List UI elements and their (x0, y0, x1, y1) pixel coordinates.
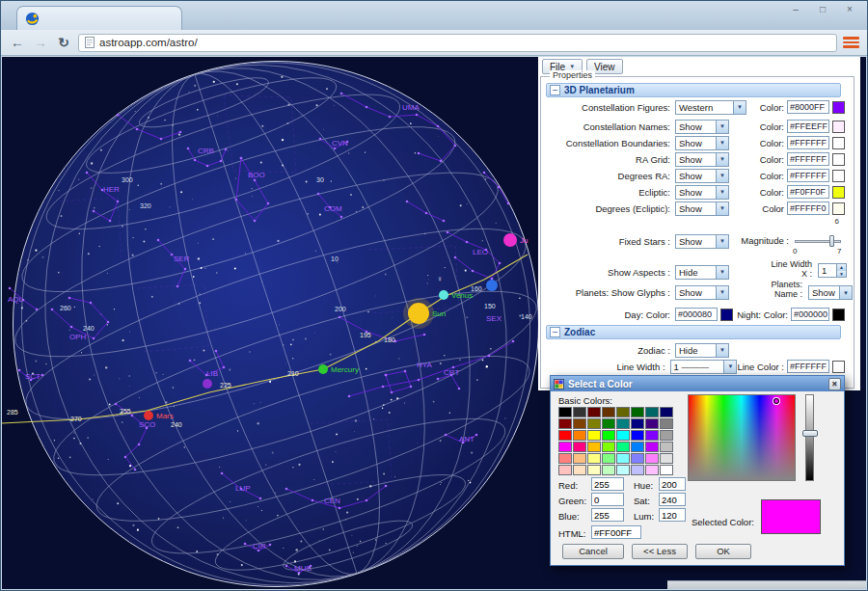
night-color-swatch[interactable] (832, 309, 845, 321)
planet-dot[interactable] (203, 379, 212, 389)
collapse-icon[interactable]: – (550, 327, 560, 337)
basic-color-swatch[interactable] (660, 430, 673, 441)
less-button[interactable]: << Less (632, 544, 688, 559)
reload-button[interactable]: ↻ (55, 35, 72, 50)
basic-color-swatch[interactable] (631, 430, 644, 441)
cancel-button[interactable]: Cancel (562, 544, 624, 559)
basic-color-swatch[interactable] (616, 453, 630, 464)
browser-menu-icon[interactable] (843, 37, 859, 48)
line-color-field[interactable]: #FFFFFF (787, 360, 829, 373)
color-value-field[interactable]: #FFFFFF (787, 152, 829, 166)
basic-color-swatch[interactable] (573, 453, 586, 464)
degrees-ra-select[interactable]: Show ▼ (675, 169, 729, 183)
basic-color-swatch[interactable] (573, 430, 586, 441)
basic-color-swatch[interactable] (602, 430, 615, 441)
color-value-field[interactable]: #FFEEFF (787, 120, 829, 133)
basic-color-swatch[interactable] (602, 465, 615, 475)
zodiac-select[interactable]: Hide ▼ (675, 343, 729, 358)
basic-color-swatch[interactable] (587, 418, 601, 429)
basic-color-swatch[interactable] (573, 442, 586, 452)
dialog-close-button[interactable]: × (828, 378, 841, 390)
maximize-button[interactable]: □ (809, 2, 836, 17)
basic-color-swatch[interactable] (645, 465, 659, 475)
basic-color-swatch[interactable] (616, 407, 630, 417)
color-swatch[interactable] (832, 170, 845, 182)
basic-color-swatch[interactable] (587, 430, 601, 441)
basic-color-swatch[interactable] (602, 453, 615, 464)
color-swatch[interactable] (832, 153, 845, 166)
address-bar[interactable]: astroapp.com/astro/ (78, 34, 837, 52)
lum-input[interactable] (659, 508, 686, 522)
color-swatch[interactable] (832, 121, 845, 133)
day-color-field[interactable]: #000080 (675, 308, 718, 321)
basic-color-swatch[interactable] (558, 465, 572, 475)
basic-color-swatch[interactable] (558, 430, 572, 441)
forward-button[interactable]: → (32, 35, 49, 50)
basic-color-swatch[interactable] (558, 407, 572, 417)
basic-color-swatch[interactable] (602, 418, 615, 429)
basic-color-swatch[interactable] (631, 465, 644, 475)
basic-color-swatch[interactable] (602, 407, 615, 417)
hue-input[interactable] (659, 477, 686, 491)
basic-color-swatch[interactable] (631, 453, 644, 464)
url-text[interactable]: astroapp.com/astro/ (99, 37, 198, 48)
basic-color-swatch[interactable] (660, 453, 673, 464)
spinner-value[interactable]: 1 (819, 264, 836, 277)
color-swatch[interactable] (832, 186, 845, 199)
planet-Mercury[interactable]: Mercury (318, 364, 359, 374)
basic-color-swatch[interactable] (660, 465, 673, 475)
color-value-field[interactable]: #F0FF0F (787, 185, 829, 199)
basic-color-swatch[interactable] (573, 465, 586, 475)
basic-color-swatch[interactable] (616, 430, 630, 441)
basic-color-swatch[interactable] (660, 418, 673, 429)
basic-color-swatch[interactable] (631, 407, 644, 417)
basic-color-swatch[interactable] (587, 407, 601, 417)
close-button[interactable]: × (836, 2, 863, 17)
basic-color-swatch[interactable] (645, 442, 659, 452)
constellation-names-select[interactable]: Show ▼ (675, 120, 729, 134)
color-swatch[interactable] (832, 137, 845, 149)
color-swatch[interactable] (832, 202, 845, 215)
basic-color-swatch[interactable] (645, 407, 659, 417)
color-value-field[interactable]: #FFFFF0 (787, 201, 829, 215)
basic-color-swatch[interactable] (631, 442, 644, 452)
spinner-down-icon[interactable]: ▼ (837, 271, 846, 278)
browser-titlebar[interactable]: – □ × (1, 1, 867, 30)
constellation-figures-select[interactable]: Western ▼ (675, 100, 746, 115)
ecliptic-select[interactable]: Show ▼ (675, 185, 729, 200)
ok-button[interactable]: OK (695, 544, 751, 559)
basic-color-swatch[interactable] (558, 442, 572, 452)
line-color-swatch[interactable] (832, 361, 845, 373)
magnitude-slider-handle[interactable] (829, 235, 834, 247)
basic-color-swatch[interactable] (573, 418, 586, 429)
day-color-swatch[interactable] (720, 309, 733, 321)
basic-color-swatch[interactable] (645, 418, 659, 429)
section-3d-planetarium[interactable]: – 3D Planetarium (546, 83, 841, 97)
red-input[interactable] (591, 477, 624, 491)
basic-color-swatch[interactable] (660, 442, 673, 452)
html-input[interactable] (591, 525, 641, 539)
blue-input[interactable] (591, 508, 624, 522)
basic-color-swatch[interactable] (558, 453, 572, 464)
sat-input[interactable] (659, 493, 686, 506)
basic-color-swatch[interactable] (587, 453, 601, 464)
constellation-boundaries-select[interactable]: Show ▼ (675, 136, 729, 150)
basic-color-swatch[interactable] (558, 418, 572, 429)
basic-color-swatch[interactable] (616, 442, 630, 452)
color-swatch[interactable] (832, 101, 845, 114)
minimize-button[interactable]: – (782, 2, 809, 17)
basic-color-swatch[interactable] (645, 430, 659, 441)
basic-color-swatch[interactable] (616, 418, 630, 429)
basic-color-swatch[interactable] (645, 453, 659, 464)
planet-Venus[interactable]: Venus (439, 290, 473, 300)
night-color-field[interactable]: #000000 (791, 308, 829, 321)
back-button[interactable]: ← (9, 35, 26, 50)
show-aspects-select[interactable]: Hide ▼ (675, 265, 729, 280)
luminance-slider[interactable] (805, 394, 814, 481)
color-value-field[interactable]: #8000FF (787, 100, 829, 114)
planet-Mars[interactable]: Mars (144, 411, 174, 420)
collapse-icon[interactable]: – (550, 85, 560, 95)
hue-sat-map[interactable] (688, 394, 796, 481)
planets-name-select[interactable]: Show ▼ (808, 285, 853, 300)
basic-color-swatch[interactable] (631, 418, 644, 429)
